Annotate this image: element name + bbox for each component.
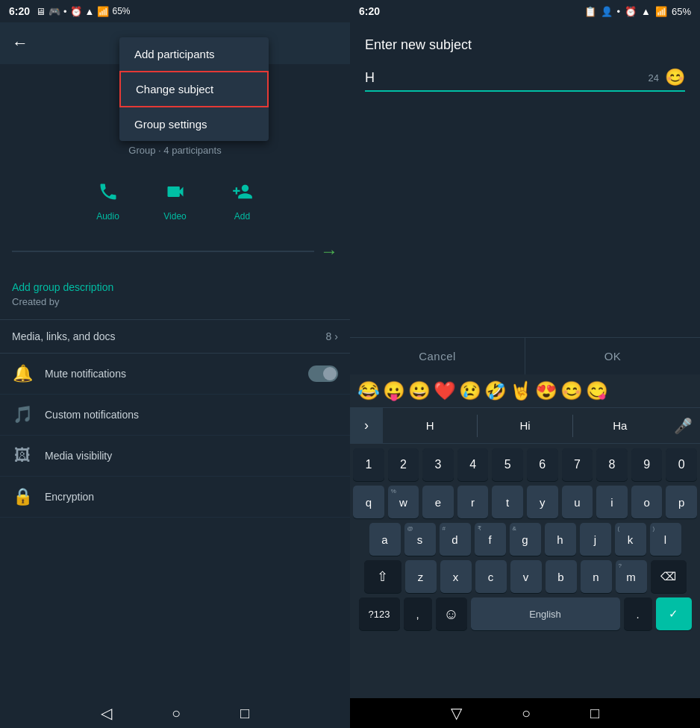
media-label: Media, links, and docs	[12, 330, 116, 342]
key-q[interactable]: q	[353, 486, 384, 518]
emoji-rofl[interactable]: 🤣	[484, 380, 507, 401]
comma-key[interactable]: ,	[404, 597, 432, 630]
description-section: Add group description Created by	[0, 269, 350, 319]
emoji-heart-eyes[interactable]: 😍	[535, 380, 557, 401]
right-home-nav[interactable]: ○	[522, 705, 531, 722]
emoji-laugh[interactable]: 😂	[357, 380, 380, 401]
audio-button[interactable]: Audio	[93, 177, 123, 222]
key-1[interactable]: 1	[353, 448, 384, 481]
key-v[interactable]: v	[510, 560, 542, 593]
emoji-smile[interactable]: 😊	[560, 380, 583, 401]
emoji-tongue[interactable]: 😛	[383, 380, 405, 401]
left-panel: 6:20 🖥 🎮 • ⏰ ▲ 📶 65% ← Add participants …	[0, 0, 350, 728]
emoji-grin[interactable]: 😀	[408, 380, 431, 401]
key-h[interactable]: h	[545, 523, 576, 556]
right-back-nav[interactable]: ▽	[451, 704, 462, 722]
key-k[interactable]: (k	[615, 523, 646, 556]
key-i[interactable]: i	[596, 486, 628, 518]
home-nav-button[interactable]: ○	[172, 705, 181, 722]
period-key[interactable]: .	[624, 597, 652, 630]
key-l[interactable]: )l	[650, 523, 681, 556]
key-c[interactable]: c	[475, 560, 507, 593]
key-a[interactable]: a	[369, 523, 401, 556]
emoji-button[interactable]: 😊	[665, 68, 685, 87]
add-button[interactable]: Add	[228, 177, 257, 222]
dropdown-add-participants[interactable]: Add participants	[119, 37, 269, 71]
description-title[interactable]: Add group description	[12, 281, 338, 293]
space-key[interactable]: English	[471, 597, 620, 630]
key-e[interactable]: e	[422, 486, 454, 518]
key-j[interactable]: j	[580, 523, 611, 556]
subject-input[interactable]	[365, 70, 649, 86]
key-4[interactable]: 4	[457, 448, 489, 481]
key-0[interactable]: 0	[666, 448, 697, 481]
key-9[interactable]: 9	[631, 448, 663, 481]
left-bottom-nav: ◁ ○ □	[0, 698, 350, 728]
group-info: Group · 4 participants	[128, 145, 221, 156]
key-y[interactable]: y	[527, 486, 558, 518]
image-icon: 🖼	[12, 446, 33, 465]
emoji-heart[interactable]: ❤️	[434, 380, 456, 401]
right-alarm-icon: ⏰	[625, 6, 637, 17]
custom-notifications-row[interactable]: 🎵 Custom notifications	[0, 395, 350, 436]
emoji-yum[interactable]: 😋	[586, 380, 608, 401]
key-f[interactable]: ₹f	[475, 523, 506, 556]
subject-input-row: 24 😊	[365, 68, 685, 92]
signal-icon: 📶	[97, 6, 109, 17]
key-8[interactable]: 8	[596, 448, 628, 481]
suggestion-ha[interactable]: Ha	[573, 416, 667, 435]
back-nav-button[interactable]: ◁	[101, 704, 112, 722]
bottom-row: ?123 , ☺ English . ✓	[353, 597, 697, 630]
key-o[interactable]: o	[631, 486, 663, 518]
key-d[interactable]: #d	[440, 523, 471, 556]
key-3[interactable]: 3	[422, 448, 454, 481]
key-r[interactable]: r	[457, 486, 489, 518]
key-s[interactable]: @s	[404, 523, 436, 556]
key-n[interactable]: n	[581, 560, 612, 593]
num-key[interactable]: ?123	[359, 597, 400, 630]
encryption-row[interactable]: 🔒 Encryption	[0, 477, 350, 518]
dropdown-change-subject[interactable]: Change subject ←	[119, 71, 269, 107]
music-icon: 🎵	[12, 405, 33, 424]
action-row: Audio Video Add	[0, 177, 350, 222]
key-7[interactable]: 7	[562, 448, 593, 481]
ok-button[interactable]: OK	[525, 338, 700, 374]
shift-key[interactable]: ⇧	[364, 560, 401, 593]
key-z[interactable]: z	[405, 560, 437, 593]
mute-toggle[interactable]	[308, 365, 338, 382]
emoji-rock[interactable]: 🤘	[510, 380, 532, 401]
suggestion-h[interactable]: H	[383, 416, 477, 435]
enter-key[interactable]: ✓	[656, 597, 692, 630]
media-row[interactable]: Media, links, and docs 8 ›	[0, 319, 350, 354]
mic-icon[interactable]: 🎤	[667, 408, 700, 443]
suggestion-expand-button[interactable]: ›	[350, 408, 383, 443]
suggestion-hi[interactable]: Hi	[478, 416, 572, 435]
dropdown-group-settings[interactable]: Group settings	[119, 107, 269, 141]
mute-label: Mute notifications	[45, 368, 296, 380]
back-button[interactable]: ←	[12, 34, 28, 53]
media-visibility-row[interactable]: 🖼 Media visibility	[0, 436, 350, 477]
key-5[interactable]: 5	[492, 448, 523, 481]
key-t[interactable]: t	[492, 486, 523, 518]
keyboard-emoji-key[interactable]: ☺	[436, 597, 467, 630]
key-p[interactable]: p	[666, 486, 697, 518]
recents-nav-button[interactable]: □	[240, 705, 249, 722]
cancel-button[interactable]: Cancel	[350, 338, 525, 374]
key-u[interactable]: u	[562, 486, 593, 518]
mute-notifications-row[interactable]: 🔔 Mute notifications	[0, 354, 350, 395]
dot-icon: •	[63, 6, 67, 17]
key-w[interactable]: %w	[388, 486, 419, 518]
description-subtitle: Created by	[12, 296, 338, 307]
right-recents-nav[interactable]: □	[590, 705, 599, 722]
key-x[interactable]: x	[440, 560, 472, 593]
backspace-key[interactable]: ⌫	[651, 560, 687, 593]
video-button[interactable]: Video	[160, 177, 190, 222]
key-6[interactable]: 6	[527, 448, 558, 481]
video-icon	[160, 177, 190, 207]
key-b[interactable]: b	[546, 560, 577, 593]
key-g[interactable]: &g	[510, 523, 541, 556]
key-2[interactable]: 2	[388, 448, 419, 481]
right-person-icon: 👤	[601, 6, 613, 17]
emoji-cry[interactable]: 😢	[459, 380, 481, 401]
key-m[interactable]: ?m	[616, 560, 647, 593]
